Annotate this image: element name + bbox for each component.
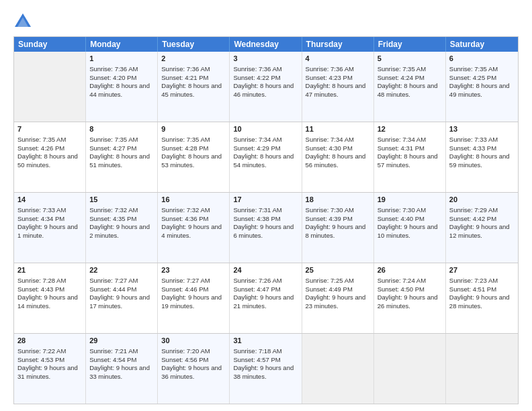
day-number: 3 (233, 54, 298, 64)
sunset-text: Sunset: 4:50 PM (378, 285, 425, 293)
daylight-text: Daylight: 9 hours and 1 minute. (17, 223, 78, 239)
sunrise-text: Sunrise: 7:36 AM (306, 65, 354, 73)
sunrise-text: Sunrise: 7:25 AM (306, 277, 354, 284)
day-number: 24 (233, 265, 298, 275)
calendar-cell: 16Sunrise: 7:32 AMSunset: 4:36 PMDayligh… (158, 193, 230, 263)
calendar-cell: 3Sunrise: 7:36 AMSunset: 4:22 PMDaylight… (230, 52, 302, 122)
daylight-text: Daylight: 9 hours and 17 minutes. (89, 293, 150, 310)
sunset-text: Sunset: 4:49 PM (306, 285, 353, 293)
daylight-text: Daylight: 9 hours and 31 minutes. (17, 364, 78, 380)
calendar-cell: 25Sunrise: 7:25 AMSunset: 4:49 PMDayligh… (302, 263, 374, 333)
day-number: 2 (161, 54, 226, 64)
sunset-text: Sunset: 4:25 PM (449, 74, 496, 81)
header (13, 12, 519, 31)
sunrise-text: Sunrise: 7:36 AM (233, 65, 281, 73)
calendar-cell: 29Sunrise: 7:21 AMSunset: 4:54 PMDayligh… (86, 334, 158, 404)
calendar-cell: 11Sunrise: 7:34 AMSunset: 4:30 PMDayligh… (302, 122, 374, 192)
day-number: 16 (161, 195, 226, 205)
sunset-text: Sunset: 4:21 PM (161, 74, 208, 81)
daylight-text: Daylight: 9 hours and 4 minutes. (161, 223, 222, 239)
sunset-text: Sunset: 4:51 PM (449, 285, 496, 293)
sunrise-text: Sunrise: 7:35 AM (449, 65, 498, 73)
sunset-text: Sunset: 4:20 PM (89, 74, 136, 81)
calendar-cell: 14Sunrise: 7:33 AMSunset: 4:34 PMDayligh… (14, 193, 86, 263)
calendar-cell: 27Sunrise: 7:23 AMSunset: 4:51 PMDayligh… (446, 263, 518, 333)
daylight-text: Daylight: 8 hours and 57 minutes. (378, 152, 438, 169)
sunset-text: Sunset: 4:44 PM (89, 285, 136, 293)
sunset-text: Sunset: 4:42 PM (449, 215, 496, 222)
day-number: 25 (306, 265, 370, 275)
daylight-text: Daylight: 8 hours and 49 minutes. (449, 82, 510, 98)
day-number: 13 (449, 124, 515, 134)
sunset-text: Sunset: 4:39 PM (306, 215, 353, 222)
calendar-header-thursday: Thursday (302, 37, 374, 52)
day-number: 11 (306, 124, 370, 134)
sunset-text: Sunset: 4:34 PM (17, 215, 64, 222)
day-number: 18 (306, 195, 370, 205)
daylight-text: Daylight: 9 hours and 14 minutes. (17, 293, 78, 310)
calendar-header-friday: Friday (374, 37, 446, 52)
calendar-week-2: 7Sunrise: 7:35 AMSunset: 4:26 PMDaylight… (14, 122, 518, 192)
page: SundayMondayTuesdayWednesdayThursdayFrid… (0, 0, 532, 411)
daylight-text: Daylight: 8 hours and 51 minutes. (89, 152, 150, 169)
calendar-cell: 30Sunrise: 7:20 AMSunset: 4:56 PMDayligh… (158, 334, 230, 404)
sunset-text: Sunset: 4:26 PM (17, 144, 64, 152)
day-number: 27 (449, 265, 515, 275)
sunset-text: Sunset: 4:43 PM (17, 285, 64, 293)
calendar-week-1: 1Sunrise: 7:36 AMSunset: 4:20 PMDaylight… (14, 52, 518, 122)
calendar-cell (374, 334, 446, 404)
calendar-cell (446, 334, 518, 404)
sunrise-text: Sunrise: 7:35 AM (161, 136, 210, 143)
daylight-text: Daylight: 8 hours and 44 minutes. (89, 82, 150, 98)
sunrise-text: Sunrise: 7:35 AM (89, 136, 138, 143)
calendar-week-4: 21Sunrise: 7:28 AMSunset: 4:43 PMDayligh… (14, 263, 518, 333)
day-number: 31 (233, 336, 298, 346)
sunrise-text: Sunrise: 7:34 AM (233, 136, 281, 143)
daylight-text: Daylight: 8 hours and 50 minutes. (17, 152, 78, 169)
sunset-text: Sunset: 4:46 PM (161, 285, 208, 293)
sunrise-text: Sunrise: 7:18 AM (233, 347, 281, 355)
calendar-cell: 1Sunrise: 7:36 AMSunset: 4:20 PMDaylight… (86, 52, 158, 122)
day-number: 20 (449, 195, 515, 205)
day-number: 9 (161, 124, 226, 134)
daylight-text: Daylight: 9 hours and 10 minutes. (378, 223, 438, 239)
calendar-cell: 8Sunrise: 7:35 AMSunset: 4:27 PMDaylight… (86, 122, 158, 192)
day-number: 12 (378, 124, 442, 134)
day-number: 19 (378, 195, 442, 205)
sunrise-text: Sunrise: 7:23 AM (449, 277, 498, 284)
sunrise-text: Sunrise: 7:34 AM (378, 136, 426, 143)
daylight-text: Daylight: 8 hours and 47 minutes. (306, 82, 366, 98)
sunset-text: Sunset: 4:47 PM (233, 285, 280, 293)
sunset-text: Sunset: 4:27 PM (89, 144, 136, 152)
sunset-text: Sunset: 4:54 PM (89, 356, 136, 363)
sunset-text: Sunset: 4:35 PM (89, 215, 136, 222)
day-number: 17 (233, 195, 298, 205)
daylight-text: Daylight: 9 hours and 36 minutes. (161, 364, 222, 380)
sunset-text: Sunset: 4:30 PM (306, 144, 353, 152)
sunset-text: Sunset: 4:57 PM (233, 356, 280, 363)
daylight-text: Daylight: 9 hours and 6 minutes. (233, 223, 294, 239)
calendar-cell: 28Sunrise: 7:22 AMSunset: 4:53 PMDayligh… (14, 334, 86, 404)
day-number: 1 (89, 54, 154, 64)
sunrise-text: Sunrise: 7:21 AM (89, 347, 138, 355)
sunrise-text: Sunrise: 7:33 AM (17, 206, 66, 214)
sunrise-text: Sunrise: 7:29 AM (449, 206, 498, 214)
sunrise-text: Sunrise: 7:20 AM (161, 347, 210, 355)
sunrise-text: Sunrise: 7:33 AM (449, 136, 498, 143)
sunset-text: Sunset: 4:53 PM (17, 356, 64, 363)
day-number: 4 (306, 54, 370, 64)
sunrise-text: Sunrise: 7:32 AM (89, 206, 138, 214)
calendar-cell: 17Sunrise: 7:31 AMSunset: 4:38 PMDayligh… (230, 193, 302, 263)
calendar-week-5: 28Sunrise: 7:22 AMSunset: 4:53 PMDayligh… (14, 333, 518, 404)
sunrise-text: Sunrise: 7:32 AM (161, 206, 210, 214)
calendar-header-row: SundayMondayTuesdayWednesdayThursdayFrid… (14, 37, 518, 52)
daylight-text: Daylight: 9 hours and 19 minutes. (161, 293, 222, 310)
daylight-text: Daylight: 9 hours and 38 minutes. (233, 364, 294, 380)
day-number: 7 (17, 124, 82, 134)
day-number: 23 (161, 265, 226, 275)
calendar-cell: 13Sunrise: 7:33 AMSunset: 4:33 PMDayligh… (446, 122, 518, 192)
calendar-cell: 20Sunrise: 7:29 AMSunset: 4:42 PMDayligh… (446, 193, 518, 263)
day-number: 30 (161, 336, 226, 346)
daylight-text: Daylight: 9 hours and 8 minutes. (306, 223, 366, 239)
daylight-text: Daylight: 9 hours and 21 minutes. (233, 293, 294, 310)
